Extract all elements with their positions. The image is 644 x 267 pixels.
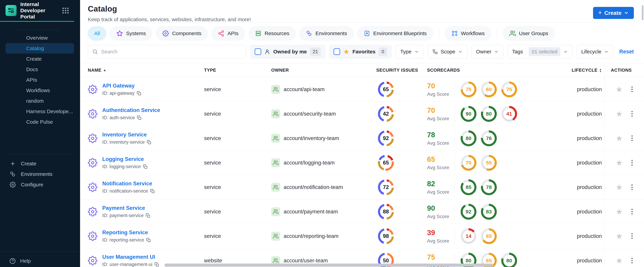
security-issues-ring: 88 bbox=[378, 204, 394, 220]
tab-user-groups[interactable]: User Groups bbox=[503, 26, 555, 40]
avg-score-label: Avg Score bbox=[427, 92, 453, 97]
tab-environment-blueprints[interactable]: Environment Blueprints bbox=[357, 26, 433, 40]
sidebar-item-catalog[interactable]: Catalog bbox=[6, 43, 74, 54]
sidebar-item-help[interactable]: Help bbox=[0, 255, 80, 267]
copy-icon[interactable] bbox=[137, 116, 142, 120]
lifecycle-value: production bbox=[577, 86, 602, 92]
kebab-menu-icon[interactable] bbox=[630, 84, 634, 94]
lifecycle-value: production bbox=[577, 233, 602, 239]
kebab-menu-icon[interactable] bbox=[630, 182, 634, 192]
scorecard-ring: 85 bbox=[460, 179, 476, 195]
help-icon bbox=[10, 258, 16, 264]
actions-cell: ★ bbox=[604, 248, 644, 267]
entity-name-link[interactable]: Reporting Service bbox=[102, 230, 148, 236]
tab-all[interactable]: All bbox=[88, 26, 106, 40]
scorecards-cell: 90Avg Score9283 bbox=[427, 204, 572, 220]
kebab-menu-icon[interactable] bbox=[630, 231, 634, 241]
vertical-scrollbar-thumb[interactable] bbox=[642, 5, 644, 20]
lifecycle-cell: production bbox=[572, 135, 604, 142]
kebab-menu-icon[interactable] bbox=[630, 207, 634, 216]
entity-name-link[interactable]: Authentication Service bbox=[102, 107, 160, 113]
sidebar-item-apis[interactable]: APIs bbox=[6, 74, 74, 85]
avg-score-block: 65Avg Score bbox=[427, 155, 453, 170]
favorites-checkbox[interactable] bbox=[334, 48, 340, 55]
favorite-star-icon[interactable]: ★ bbox=[616, 110, 623, 118]
filter-dropdown-tags[interactable]: Tags01 selected bbox=[508, 45, 572, 58]
filter-dropdown-scope[interactable]: Scope bbox=[428, 45, 467, 58]
lifecycle-cell: production bbox=[572, 184, 604, 190]
horizontal-scrollbar-thumb[interactable] bbox=[164, 264, 493, 267]
entity-id: ID: notification-service bbox=[102, 188, 155, 194]
column-header-name[interactable]: NAME▲ bbox=[88, 68, 204, 73]
avg-score-value: 75 bbox=[427, 253, 453, 261]
sidebar-item-environments[interactable]: Environments bbox=[0, 169, 80, 179]
copy-icon[interactable] bbox=[143, 164, 148, 169]
filter-dropdown-owner[interactable]: Owner bbox=[472, 45, 503, 58]
sidebar-item-create[interactable]: +Create bbox=[0, 158, 80, 169]
owned-by-me-checkbox[interactable] bbox=[255, 48, 261, 55]
tab-systems[interactable]: Systems bbox=[110, 26, 152, 40]
plus-icon: + bbox=[598, 9, 602, 16]
copy-icon[interactable] bbox=[150, 189, 155, 194]
create-button[interactable]: + Create bbox=[593, 7, 634, 19]
environments-icon bbox=[306, 30, 312, 37]
favorite-star-icon[interactable]: ★ bbox=[616, 159, 623, 167]
favorites-filter[interactable]: ★ Favorites 0 bbox=[329, 45, 392, 58]
tab-apis[interactable]: APIs bbox=[212, 26, 245, 40]
sidebar-footer-nav: +CreateEnvironmentsConfigure bbox=[0, 154, 80, 190]
sidebar-item-create[interactable]: Create bbox=[6, 54, 74, 64]
favorite-star-icon[interactable]: ★ bbox=[616, 134, 623, 142]
owned-by-me-filter[interactable]: Owned by me 21 bbox=[250, 45, 325, 58]
copy-icon[interactable] bbox=[137, 91, 141, 96]
column-header-actions: ACTIONS bbox=[604, 64, 644, 77]
security-issues-ring: 72 bbox=[378, 179, 394, 195]
favorite-star-icon[interactable]: ★ bbox=[616, 86, 623, 93]
favorite-star-icon[interactable]: ★ bbox=[616, 208, 623, 216]
reset-filters-link[interactable]: Reset bbox=[619, 48, 634, 55]
entity-name-link[interactable]: User Management UI bbox=[102, 254, 155, 260]
entity-name-link[interactable]: Inventory Service bbox=[102, 132, 147, 138]
scorecard-ring-value: 60 bbox=[481, 82, 497, 97]
entity-name-link[interactable]: Payment Service bbox=[102, 205, 145, 211]
sidebar-item-configure[interactable]: Configure bbox=[0, 179, 80, 190]
sidebar-item-workflows[interactable]: Workflows bbox=[6, 85, 74, 96]
favorite-star-icon[interactable]: ★ bbox=[616, 232, 623, 240]
tab-workflows[interactable]: Workflows bbox=[445, 26, 491, 40]
entity-name-link[interactable]: Logging Service bbox=[102, 156, 144, 162]
kebab-menu-icon[interactable] bbox=[630, 256, 634, 266]
entity-name-link[interactable]: Notification Service bbox=[102, 180, 152, 186]
kebab-menu-icon[interactable] bbox=[630, 133, 634, 143]
table-header-row: NAME▲ TYPE OWNER SECURITY ISSUES SCORECA… bbox=[80, 64, 644, 77]
sidebar-nav: OverviewCatalogCreateDocsAPIsWorkflowsra… bbox=[0, 22, 80, 127]
app-switcher-grid-icon[interactable] bbox=[62, 8, 69, 14]
favorite-star-icon[interactable]: ★ bbox=[616, 257, 623, 264]
copy-icon[interactable] bbox=[147, 140, 151, 144]
avg-score-label: Avg Score bbox=[427, 140, 453, 146]
dropdown-label: Lifecycle bbox=[581, 49, 602, 54]
copy-icon[interactable] bbox=[146, 213, 150, 218]
filter-dropdown-type[interactable]: Type bbox=[396, 45, 424, 58]
table-row: Notification ServiceID: notification-ser… bbox=[80, 175, 644, 200]
security-issues-cell: 65 bbox=[376, 82, 427, 97]
scorecards-cell: 39Avg Score1465 bbox=[427, 228, 572, 244]
sidebar-item-random[interactable]: random bbox=[6, 96, 74, 106]
copy-icon[interactable] bbox=[154, 262, 159, 267]
tab-resources[interactable]: Resources bbox=[249, 26, 296, 40]
tab-components[interactable]: Components bbox=[156, 26, 208, 40]
sidebar-item-code-pulse[interactable]: Code Pulse bbox=[6, 116, 74, 127]
copy-icon[interactable] bbox=[146, 238, 151, 242]
sidebar-item-overview[interactable]: Overview bbox=[6, 32, 74, 43]
column-header-lifecycle[interactable]: LIFECYCLE ▲▼ bbox=[572, 68, 604, 73]
chevron-down-icon bbox=[624, 10, 629, 15]
filter-dropdown-lifecycle[interactable]: Lifecycle bbox=[577, 45, 614, 58]
tab-environments[interactable]: Environments bbox=[300, 26, 353, 40]
entity-name-link[interactable]: API Gateway bbox=[102, 83, 135, 89]
sidebar-item-harness-develope-[interactable]: Harness Develope... bbox=[6, 106, 74, 116]
kebab-menu-icon[interactable] bbox=[630, 109, 634, 119]
search-input[interactable] bbox=[101, 49, 242, 54]
kebab-menu-icon[interactable] bbox=[630, 158, 634, 168]
sidebar-item-docs[interactable]: Docs bbox=[6, 64, 74, 74]
entity-id: ID: auth-service bbox=[102, 115, 160, 120]
entity-id-text: ID: payment-service bbox=[102, 213, 144, 218]
favorite-star-icon[interactable]: ★ bbox=[616, 183, 623, 191]
